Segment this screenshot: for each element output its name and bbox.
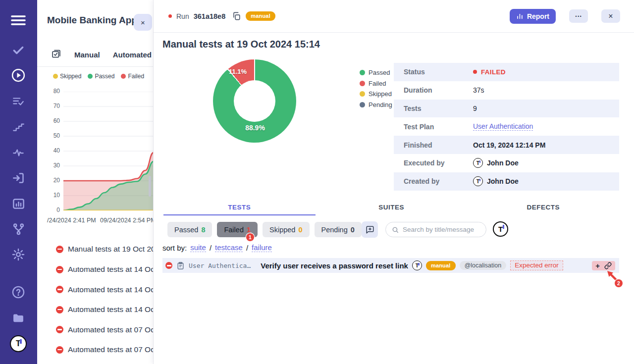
test-type-badge: manual: [426, 261, 456, 270]
user-avatar[interactable]: T: [493, 221, 508, 237]
menu-icon[interactable]: [8, 10, 28, 30]
copy-icon[interactable]: [232, 11, 241, 21]
legend-item-failed: Failed: [360, 78, 392, 89]
runs-play-icon[interactable]: [8, 65, 28, 85]
pending-dot: [360, 102, 365, 107]
failed-status-icon: [56, 246, 63, 253]
tests-check-icon[interactable]: [8, 40, 28, 60]
x-tick-2: 09/24/2024 2:54 PM: [100, 217, 154, 224]
finished-value: Oct 19, 2024 12:14 PM: [473, 141, 545, 149]
tab-manual[interactable]: Manual: [74, 51, 100, 59]
trend-y-axis: 80706050403020100: [37, 92, 60, 210]
executed-by-value: John Doe: [487, 159, 519, 167]
comment-plus-icon: [366, 225, 374, 234]
tab-tests[interactable]: TESTS: [163, 200, 316, 215]
tab-defects[interactable]: DEFECTS: [467, 200, 619, 215]
donut-chart: 11.1% 88.9%: [213, 59, 296, 143]
sort-suite-link[interactable]: suite: [190, 243, 206, 252]
donut-hole: [234, 80, 275, 122]
help-icon[interactable]: [8, 282, 28, 302]
y-tick: 30: [53, 162, 60, 169]
donut-slice-label: 11.1%: [229, 68, 247, 75]
info-row-test-plan: Test Plan User Authentication: [394, 117, 619, 136]
failed-dot: [360, 81, 365, 86]
filter-skipped-button[interactable]: Skipped0: [263, 222, 309, 237]
legend-item-passed: Passed: [360, 67, 392, 78]
legend-item-skipped: Skipped: [53, 73, 81, 80]
legend-item-skipped: Skipped: [360, 89, 392, 100]
filter-pending-button[interactable]: Pending0: [315, 222, 362, 237]
test-plan-link[interactable]: User Authentication: [473, 122, 533, 131]
run-list-item[interactable]: Manual tests at 19 Oct 2024: [37, 239, 154, 259]
annotation-arrow: [602, 267, 628, 290]
skipped-dot: [360, 91, 365, 97]
avatar: T: [473, 158, 483, 168]
select-all-icon[interactable]: [51, 49, 61, 61]
tab-suites[interactable]: SUITES: [316, 200, 468, 215]
run-detail-panel: Run 361a18e8 manual Report ··· × Manual …: [154, 0, 634, 364]
run-list-item[interactable]: Automated tests at 07 Oct 2024: [37, 320, 154, 340]
app-logo[interactable]: T: [8, 334, 28, 354]
import-icon[interactable]: [8, 168, 28, 188]
plans-list-check-icon[interactable]: [8, 92, 28, 111]
annotation-badge-2: 2: [615, 279, 623, 287]
failed-dot: [473, 70, 477, 74]
logo-accent: [20, 339, 22, 344]
pulse-activity-icon[interactable]: [8, 143, 28, 162]
sort-failure-link[interactable]: failure: [252, 243, 272, 252]
failed-dot: [121, 74, 126, 79]
info-row-status: Status FAILED: [394, 63, 619, 81]
run-list-item[interactable]: Automated tests at 14 Oct 2024: [37, 280, 154, 300]
clipboard-icon: [176, 261, 185, 270]
close-run-button[interactable]: ×: [601, 9, 620, 23]
test-tag[interactable]: @localisation: [460, 261, 507, 270]
run-list-item[interactable]: Automated tests at 14 Oct 2024: [37, 300, 154, 319]
sort-testcase-link[interactable]: testcase: [215, 243, 243, 252]
legend-item-passed: Passed: [88, 73, 114, 80]
run-status-dot: [168, 14, 172, 18]
duration-value: 37s: [473, 86, 484, 94]
settings-gear-icon[interactable]: [8, 245, 28, 264]
project-panel: Mobile Banking App × Manual Automated Sk…: [37, 0, 154, 364]
run-id: 361a18e8: [194, 12, 226, 20]
tests-count-value: 9: [473, 104, 477, 112]
test-title[interactable]: Verify user receives a password reset li…: [261, 261, 408, 270]
assignee-avatar: T: [412, 260, 422, 270]
status-filters: Passed8 Failed1 Skipped0 Pending0: [167, 222, 362, 237]
close-icon: ×: [608, 12, 613, 21]
y-tick: 50: [53, 132, 60, 139]
search-input[interactable]: [403, 226, 490, 233]
legend-item-pending: Pending: [360, 100, 392, 110]
y-tick: 10: [53, 192, 60, 199]
filter-passed-button[interactable]: Passed8: [167, 222, 212, 237]
branches-icon[interactable]: [8, 219, 28, 239]
info-row-executed-by: Executed by T John Doe: [394, 154, 619, 172]
sort-bar: sort by: suite / testcase / failure: [162, 243, 272, 252]
failed-status-icon: [56, 326, 63, 333]
status-value: FAILED: [481, 68, 506, 76]
ellipsis-icon: ···: [575, 12, 582, 20]
panel-scrollbar[interactable]: [149, 176, 151, 197]
failed-status-icon: [56, 266, 63, 273]
test-result-row[interactable]: User Authentica… Verify user receives a …: [162, 258, 619, 273]
trend-legend: Skipped Passed Failed: [53, 73, 144, 80]
icon-rail: T: [0, 0, 37, 364]
expected-error-badge[interactable]: Expected error: [510, 260, 563, 270]
info-row-duration: Duration 37s: [394, 81, 619, 100]
milestones-steps-icon[interactable]: [8, 117, 28, 137]
x-tick-1: /24/2024 2:41 PM: [47, 217, 96, 224]
section-tabs: TESTS SUITES DEFECTS: [163, 200, 619, 215]
run-list-item[interactable]: Automated tests at 07 Oct 2024: [37, 340, 154, 360]
y-tick: 70: [53, 103, 60, 109]
suite-name[interactable]: User Authentica…: [189, 262, 251, 269]
projects-folder-icon[interactable]: [8, 308, 28, 328]
failed-status-icon: [56, 306, 63, 313]
run-list-item[interactable]: Automated tests at 14 Oct 2024: [37, 260, 154, 279]
tab-automated[interactable]: Automated: [113, 51, 152, 59]
comment-button[interactable]: [362, 221, 378, 238]
project-panel-close-button[interactable]: ×: [134, 14, 152, 31]
add-icon[interactable]: +: [595, 262, 600, 269]
report-button[interactable]: Report: [510, 9, 556, 24]
analytics-chart-icon[interactable]: [8, 194, 28, 213]
more-button[interactable]: ···: [569, 9, 588, 23]
